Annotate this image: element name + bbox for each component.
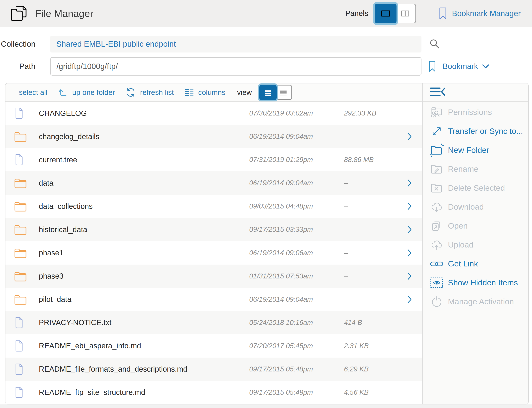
file-date: 06/19/2014 09:04am <box>249 296 344 303</box>
file-name[interactable]: README_ftp_site_structure.md <box>39 388 249 397</box>
file-name[interactable]: historical_data <box>39 225 249 234</box>
file-row[interactable]: changelog_details 06/19/2014 09:04am – <box>5 125 422 148</box>
refresh-list-button[interactable]: refresh list <box>126 88 174 97</box>
file-date: 09/03/2015 04:48pm <box>249 202 344 210</box>
folder-icon <box>14 248 27 258</box>
list-toolbar: select all up one folder refresh list <box>5 84 422 102</box>
actions-sidebar: PermissionsTransfer or Sync to...New Fol… <box>423 84 528 404</box>
folder-icon <box>14 131 27 142</box>
select-all-button[interactable]: select all <box>19 88 47 97</box>
file-name[interactable]: README_file_formats_and_descriptions.md <box>39 365 249 373</box>
open-folder-chevron[interactable] <box>397 272 422 280</box>
view-toggle <box>259 85 292 100</box>
sidebar-item-label: Open <box>448 221 468 230</box>
sidebar-item-label: Manage Activation <box>448 297 514 306</box>
file-row[interactable]: current.tree 07/31/2019 01:29pm 88.86 MB <box>5 148 422 171</box>
file-row[interactable]: historical_data 09/17/2015 03:33pm – <box>5 218 422 241</box>
columns-button[interactable]: columns <box>185 88 225 97</box>
sidebar-item-download: Download <box>423 197 528 216</box>
file-size: 414 B <box>344 319 397 327</box>
file-date: 06/19/2014 09:04am <box>249 133 344 140</box>
file-date: 01/31/2015 07:53am <box>249 272 344 280</box>
file-row[interactable]: README_ebi_aspera_info.md 07/20/2017 05:… <box>5 334 422 357</box>
open-folder-chevron[interactable] <box>397 249 422 257</box>
file-row[interactable]: README_file_formats_and_descriptions.md … <box>5 357 422 381</box>
collapse-panel-icon <box>429 87 446 97</box>
file-date: 09/17/2015 03:33pm <box>249 226 344 233</box>
file-name[interactable]: CHANGELOG <box>39 109 249 118</box>
file-row[interactable]: data_collections 09/03/2015 04:48pm – <box>5 195 422 218</box>
folder-icon <box>14 201 27 212</box>
chevron-right-icon <box>407 296 412 303</box>
search-icon <box>429 39 440 49</box>
panels-label: Panels <box>345 9 368 18</box>
file-list: CHANGELOG 07/30/2019 03:02am 292.33 KB c… <box>5 102 422 404</box>
get-link-icon <box>428 256 446 272</box>
sidebar-item-transfer-or-sync-to[interactable]: Transfer or Sync to... <box>423 122 528 141</box>
file-row[interactable]: PRIVACY-NOTICE.txt 05/24/2018 10:16am 41… <box>5 311 422 334</box>
path-input[interactable] <box>50 57 421 76</box>
sidebar-item-label: Transfer or Sync to... <box>448 127 523 136</box>
list-view-button[interactable] <box>259 85 277 100</box>
collapse-sidebar-button[interactable] <box>429 87 446 98</box>
file-name[interactable]: PRIVACY-NOTICE.txt <box>39 318 249 327</box>
open-folder-chevron[interactable] <box>397 226 422 233</box>
single-panel-button[interactable] <box>375 4 397 23</box>
sidebar-item-manage-activation: Manage Activation <box>423 292 528 311</box>
file-date: 07/30/2019 03:02am <box>249 109 344 117</box>
file-name[interactable]: data_collections <box>39 202 249 211</box>
up-one-folder-button[interactable]: up one folder <box>58 88 115 97</box>
file-name[interactable]: changelog_details <box>39 132 249 141</box>
file-name[interactable]: current.tree <box>39 156 249 164</box>
sidebar-item-get-link[interactable]: Get Link <box>423 254 528 273</box>
file-size: 292.33 KB <box>344 109 397 117</box>
open-folder-chevron[interactable] <box>397 296 422 303</box>
file-row[interactable]: README_ftp_site_structure.md 09/17/2015 … <box>5 381 422 404</box>
file-row[interactable]: data 06/19/2014 09:04am – <box>5 171 422 195</box>
bookmark-label: Bookmark <box>443 62 478 71</box>
open-folder-chevron[interactable] <box>397 133 422 140</box>
sidebar-item-new-folder[interactable]: New Folder <box>423 141 528 160</box>
collection-field[interactable]: Shared EMBL-EBI public endpoint <box>50 36 421 52</box>
file-row[interactable]: pilot_data 06/19/2014 09:04am – <box>5 288 422 311</box>
sidebar-item-show-hidden-items[interactable]: Show Hidden Items <box>423 273 528 292</box>
open-folder-chevron[interactable] <box>397 179 422 187</box>
folder-icon <box>14 224 27 235</box>
file-name[interactable]: data <box>39 179 249 187</box>
file-size: – <box>344 226 397 233</box>
bookmark-icon <box>438 7 447 20</box>
sidebar-item-open: Open <box>423 216 528 235</box>
file-size: – <box>344 249 397 257</box>
path-label: Path <box>0 62 41 71</box>
panels-toggle <box>375 4 416 23</box>
file-date: 06/19/2014 09:06am <box>249 249 344 257</box>
sidebar-item-label: Show Hidden Items <box>448 278 518 287</box>
file-icon <box>14 363 24 375</box>
file-date: 09/17/2015 05:49pm <box>249 389 344 396</box>
file-name[interactable]: pilot_data <box>39 295 249 304</box>
bookmark-manager-label: Bookmark Manager <box>452 9 521 18</box>
dual-panel-button[interactable] <box>394 4 416 23</box>
file-name[interactable]: phase3 <box>39 272 249 280</box>
bookmark-manager-link[interactable]: Bookmark Manager <box>438 7 521 20</box>
file-name[interactable]: phase1 <box>39 249 249 257</box>
file-date: 07/20/2017 05:45pm <box>249 342 344 350</box>
chevron-right-icon <box>407 226 412 233</box>
chevron-right-icon <box>407 272 412 280</box>
file-row[interactable]: CHANGELOG 07/30/2019 03:02am 292.33 KB <box>5 102 422 125</box>
sidebar-header <box>423 84 528 102</box>
new-folder-icon <box>428 142 446 158</box>
file-manager-panel: select all up one folder refresh list <box>5 83 529 404</box>
file-row[interactable]: phase1 06/19/2014 09:06am – <box>5 241 422 264</box>
open-folder-chevron[interactable] <box>397 202 422 210</box>
sidebar-item-delete-selected: Delete Selected <box>423 178 528 197</box>
compact-view-icon <box>279 89 287 96</box>
file-name[interactable]: README_ebi_aspera_info.md <box>39 342 249 350</box>
file-date: 05/24/2018 10:16am <box>249 319 344 327</box>
search-button[interactable] <box>429 38 440 50</box>
compact-view-button[interactable] <box>275 85 292 100</box>
upload-icon <box>428 237 446 253</box>
chevron-down-icon <box>482 64 489 69</box>
file-row[interactable]: phase3 01/31/2015 07:53am – <box>5 264 422 288</box>
bookmark-dropdown[interactable]: Bookmark <box>428 60 489 72</box>
